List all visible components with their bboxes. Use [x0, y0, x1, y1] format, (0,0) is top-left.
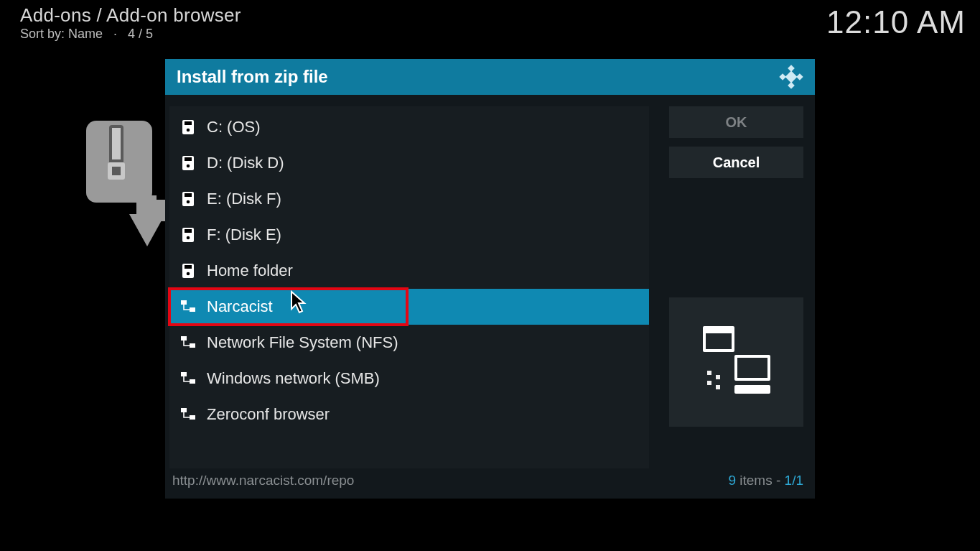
svg-rect-40	[707, 371, 711, 375]
preview-thumbnail	[669, 297, 803, 427]
svg-point-12	[187, 129, 190, 132]
svg-rect-41	[716, 375, 720, 379]
svg-rect-26	[181, 300, 187, 305]
svg-rect-25	[185, 265, 192, 269]
svg-rect-8	[796, 73, 803, 80]
svg-rect-5	[138, 195, 157, 217]
network-computers-icon	[697, 326, 776, 398]
footer-path: http://www.narcacist.com/repo	[172, 473, 354, 489]
svg-point-24	[187, 272, 190, 276]
install-zip-dialog: Install from zip file C: (OS)D: (Disk D)…	[165, 59, 815, 499]
kodi-logo-icon	[779, 65, 803, 89]
file-row-label: C: (OS)	[207, 118, 261, 136]
svg-rect-16	[185, 157, 192, 161]
network-icon	[181, 408, 195, 421]
file-row[interactable]: E: (Disk F)	[169, 181, 649, 217]
sort-sep: ·	[113, 27, 117, 41]
footer-count: 9 items - 1/1	[728, 473, 803, 489]
disk-icon	[181, 119, 195, 135]
disk-icon	[181, 263, 195, 279]
file-row[interactable]: C: (OS)	[169, 109, 649, 145]
file-row-label: Zeroconf browser	[207, 405, 330, 424]
network-icon	[181, 300, 195, 313]
cancel-button[interactable]: Cancel	[669, 147, 803, 178]
file-row-label: Narcacist	[207, 297, 273, 316]
red-highlight-box	[168, 287, 409, 326]
svg-rect-27	[190, 307, 195, 312]
svg-rect-30	[181, 372, 187, 376]
file-row-label: E: (Disk F)	[207, 190, 281, 208]
sort-count: 4 / 5	[128, 27, 153, 41]
svg-rect-22	[185, 229, 192, 233]
svg-rect-32	[181, 408, 187, 412]
file-row[interactable]: Network File System (NFS)	[169, 325, 649, 361]
svg-rect-13	[185, 121, 192, 125]
svg-rect-42	[707, 381, 711, 385]
breadcrumb: Add-ons / Add-on browser	[20, 4, 241, 27]
svg-rect-2	[112, 128, 121, 159]
svg-point-18	[187, 200, 190, 204]
disk-icon	[181, 191, 195, 207]
file-row-label: D: (Disk D)	[207, 154, 284, 172]
file-row[interactable]: Zeroconf browser	[169, 397, 649, 432]
disk-icon	[181, 155, 195, 171]
svg-rect-36	[703, 326, 734, 333]
sort-label: Sort by: Name	[20, 27, 103, 41]
svg-rect-39	[734, 385, 770, 394]
network-icon	[181, 336, 195, 349]
svg-rect-4	[112, 167, 121, 175]
svg-rect-43	[716, 385, 720, 389]
svg-rect-9	[788, 82, 795, 89]
file-row-label: F: (Disk E)	[207, 226, 281, 244]
file-row-label: Network File System (NFS)	[207, 333, 398, 352]
svg-rect-31	[190, 379, 195, 384]
ok-button[interactable]: OK	[669, 106, 803, 138]
file-row[interactable]: Home folder	[169, 253, 649, 289]
dialog-title: Install from zip file	[177, 67, 328, 87]
svg-point-15	[187, 165, 190, 168]
file-row[interactable]: Narcacist	[169, 289, 649, 325]
svg-rect-6	[788, 65, 795, 72]
file-row[interactable]: D: (Disk D)	[169, 145, 649, 181]
sort-line: Sort by: Name · 4 / 5	[20, 27, 241, 42]
disk-icon	[181, 227, 195, 243]
svg-rect-19	[185, 193, 192, 197]
svg-rect-38	[737, 358, 767, 378]
svg-rect-7	[779, 73, 786, 80]
file-row-label: Windows network (SMB)	[207, 369, 380, 388]
clock: 12:10 AM	[826, 4, 966, 40]
svg-rect-35	[706, 332, 732, 349]
svg-rect-28	[181, 336, 187, 341]
zip-download-icon	[86, 121, 165, 253]
svg-rect-10	[785, 71, 798, 83]
file-row[interactable]: F: (Disk E)	[169, 217, 649, 253]
file-row-label: Home folder	[207, 261, 293, 280]
file-row[interactable]: Windows network (SMB)	[169, 361, 649, 397]
svg-rect-29	[190, 343, 195, 348]
svg-point-21	[187, 236, 190, 240]
svg-rect-33	[190, 415, 195, 420]
network-icon	[181, 372, 195, 385]
dialog-header: Install from zip file	[165, 59, 815, 95]
file-list: C: (OS)D: (Disk D)E: (Disk F)F: (Disk E)…	[169, 106, 649, 468]
